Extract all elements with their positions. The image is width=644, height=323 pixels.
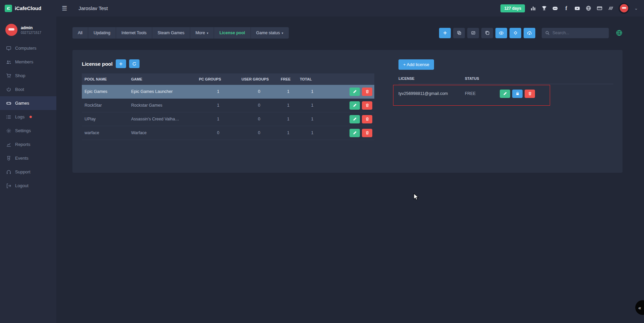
layers-icon[interactable] [607,5,613,11]
pool-table-header: POOL NAME GAME PC GROUPS USER GROUPS FRE… [82,73,374,85]
edit-pool-button[interactable] [350,101,360,110]
list-icon [6,114,11,120]
pool-pc-groups: 0 [197,130,239,135]
pool-row-rockstar[interactable]: RockStar Rockstar Games 1 0 1 1 [82,99,374,112]
sidebar-item-games[interactable]: Games [0,96,56,110]
trophy-icon[interactable] [541,5,547,11]
medal-icon [6,156,11,161]
sidebar-item-reports[interactable]: Reports [0,138,56,151]
sidebar-item-settings[interactable]: Settings [0,124,56,138]
trash-icon [365,131,369,135]
clone-button[interactable] [481,28,493,38]
add-pool-button[interactable] [116,59,126,68]
payment-card-icon[interactable] [596,5,602,11]
cloud-download-button[interactable] [524,28,535,38]
pool-row-warface[interactable]: warface Warface 0 0 1 1 [82,126,374,140]
column-header-spacer [500,76,613,80]
tab-updating[interactable]: Updating [88,27,116,39]
menu-toggle-icon[interactable]: ☰ [62,5,67,12]
diamond-button[interactable] [509,28,521,38]
pool-user-groups: 0 [239,117,279,121]
sidebar-item-logs[interactable]: Logs [0,110,56,124]
youtube-icon[interactable] [574,5,580,11]
delete-pool-button[interactable] [362,101,372,110]
pool-free: 1 [279,103,298,108]
add-license-button[interactable]: + Add license [398,59,434,70]
globe-icon[interactable] [585,5,591,11]
toolbar-controls [439,28,623,38]
chevron-down-icon[interactable]: ⌄ [634,6,638,11]
license-days-badge[interactable]: 127 days [500,4,525,12]
pool-game: Assassin's Creed Valha… [129,117,197,121]
refresh-pools-button[interactable] [129,59,140,68]
edit-pool-button[interactable] [350,115,360,123]
sidebar-item-label: Logout [15,183,29,188]
layers-copy-icon [485,31,490,35]
pool-row-uplay[interactable]: UPlay Assassin's Creed Valha… 1 0 1 1 [82,112,374,126]
sidebar-item-events[interactable]: Events [0,151,56,165]
delete-pool-button[interactable] [362,88,372,96]
sidebar-item-computers[interactable]: Computers [0,41,56,55]
plus-icon [119,62,123,66]
lock-icon [516,92,520,96]
edit-pool-button[interactable] [350,88,360,96]
pool-table-section: License pool POOL NAME GAME PC GROUPS US… [82,59,374,140]
tab-more-dropdown[interactable]: More▾ [190,27,214,39]
gamepad-icon [6,101,11,106]
add-game-button[interactable] [439,28,451,38]
verify-button[interactable] [467,28,479,38]
discord-icon[interactable] [552,5,558,11]
topbar: iC iCafeCloud ☰ Jaroslav Test 127 days f… [0,0,644,16]
game-filter-tabs: All Updating Internet Tools Steam Games … [72,27,289,39]
preview-button[interactable] [495,28,507,38]
eye-icon [499,31,504,36]
column-header: PC GROUPS [197,77,239,81]
sidebar-item-boot[interactable]: Boot [0,83,56,96]
stats-icon[interactable] [530,5,536,11]
search-box [542,28,609,38]
pool-total: 1 [298,89,327,94]
brand-logo-glyph: iC [7,6,10,10]
sidebar-item-label: Settings [15,128,31,133]
tab-all[interactable]: All [72,27,88,39]
search-input[interactable] [552,31,606,35]
pool-game: Rockstar Games [129,103,197,108]
tab-internet-tools[interactable]: Internet Tools [116,27,152,39]
sidebar-avatar[interactable] [5,24,17,36]
column-header: POOL NAME [82,77,129,81]
lock-license-button[interactable] [512,90,523,98]
delete-pool-button[interactable] [362,129,372,137]
pool-free: 1 [279,130,298,135]
sidebar-item-label: Shop [15,73,25,78]
edit-pool-button[interactable] [350,129,360,137]
sidebar-item-label: Boot [15,87,24,92]
pool-row-epic-games[interactable]: Epic Games Epic Games Launcher 1 0 1 1 [82,85,374,99]
license-row[interactable]: tyv256998811@gmail.com FREE [398,84,613,103]
pool-pc-groups: 1 [197,117,239,121]
sidebar-item-shop[interactable]: Shop [0,69,56,83]
headset-icon [6,169,11,175]
tab-steam-games[interactable]: Steam Games [152,27,190,39]
user-avatar[interactable] [619,3,629,14]
sidebar-item-label: Reports [15,142,31,147]
pool-pc-groups: 1 [197,103,239,108]
language-globe-icon[interactable] [616,30,623,36]
brand: iC iCafeCloud [0,5,56,12]
sidebar-item-label: Support [15,169,31,174]
sidebar-item-members[interactable]: Members [0,55,56,69]
search-icon [545,31,550,35]
edit-license-button[interactable] [500,90,510,98]
pool-name: Epic Games [82,89,129,94]
facebook-icon[interactable]: f [563,5,569,11]
sidebar-item-support[interactable]: Support [0,165,56,179]
chevron-left-icon: « [638,305,641,311]
tab-game-status-dropdown[interactable]: Game status▾ [251,27,289,39]
delete-license-button[interactable] [525,90,535,98]
sidebar-item-logout[interactable]: Logout [0,179,56,193]
tab-license-pool[interactable]: License pool [214,27,251,39]
duplicate-button[interactable] [453,28,465,38]
tab-label: License pool [219,31,245,35]
delete-pool-button[interactable] [362,115,372,123]
sidebar-user-id: 03271271517 [21,31,41,35]
gear-icon [6,128,11,133]
